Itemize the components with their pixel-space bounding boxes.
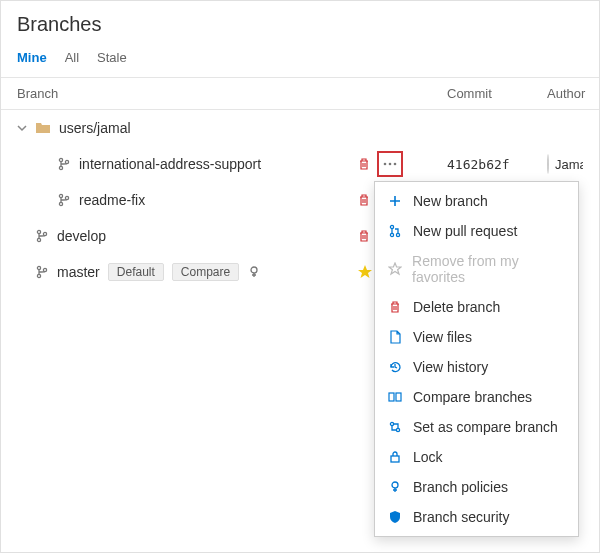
svg-rect-32 xyxy=(391,456,399,462)
branch-row-international[interactable]: international-address-support 4162b62f J… xyxy=(1,146,599,182)
svg-point-25 xyxy=(390,225,393,228)
svg-point-7 xyxy=(59,202,62,205)
chevron-down-icon[interactable] xyxy=(17,123,27,133)
menu-label: View files xyxy=(413,329,472,345)
menu-label: New pull request xyxy=(413,223,517,239)
star-icon[interactable] xyxy=(357,264,373,280)
svg-point-8 xyxy=(65,196,68,199)
column-branch[interactable]: Branch xyxy=(17,86,447,101)
page-title: Branches xyxy=(17,13,583,36)
delete-icon[interactable] xyxy=(357,193,371,207)
folder-row[interactable]: users/jamal xyxy=(1,110,599,146)
svg-point-12 xyxy=(37,230,40,233)
branch-name: master xyxy=(57,264,100,280)
delete-icon[interactable] xyxy=(357,157,371,171)
table-header: Branch Commit Author xyxy=(1,78,599,110)
svg-point-1 xyxy=(59,166,62,169)
svg-point-31 xyxy=(396,428,399,431)
svg-point-14 xyxy=(43,232,46,235)
svg-point-3 xyxy=(384,163,387,166)
compare-icon xyxy=(387,390,403,404)
menu-new-branch[interactable]: New branch xyxy=(375,186,578,216)
svg-point-0 xyxy=(59,158,62,161)
menu-view-history[interactable]: View history xyxy=(375,352,578,382)
svg-point-18 xyxy=(37,266,40,269)
svg-point-21 xyxy=(251,267,257,273)
policy-icon xyxy=(387,480,403,494)
menu-view-files[interactable]: View files xyxy=(375,322,578,352)
folder-label: users/jamal xyxy=(59,120,131,136)
svg-point-2 xyxy=(65,160,68,163)
svg-rect-28 xyxy=(389,393,394,401)
menu-label: New branch xyxy=(413,193,488,209)
context-menu: New branch New pull request Remove from … xyxy=(374,181,579,537)
menu-remove-favorite: Remove from my favorites xyxy=(375,246,578,292)
author-name: Jamal xyxy=(555,157,583,172)
menu-lock[interactable]: Lock xyxy=(375,442,578,472)
lock-icon xyxy=(387,450,403,464)
pull-request-icon xyxy=(387,224,403,238)
svg-point-26 xyxy=(390,233,393,236)
menu-label: Remove from my favorites xyxy=(412,253,566,285)
branch-icon xyxy=(35,229,49,243)
menu-new-pull-request[interactable]: New pull request xyxy=(375,216,578,246)
branch-icon xyxy=(35,265,49,279)
svg-point-4 xyxy=(389,163,392,166)
branch-name: international-address-support xyxy=(79,156,261,172)
tab-all[interactable]: All xyxy=(65,50,79,67)
svg-rect-29 xyxy=(396,393,401,401)
menu-label: View history xyxy=(413,359,488,375)
svg-point-5 xyxy=(394,163,397,166)
trash-icon xyxy=(387,300,403,314)
menu-label: Delete branch xyxy=(413,299,500,315)
branch-name: readme-fix xyxy=(79,192,145,208)
menu-label: Branch policies xyxy=(413,479,508,495)
more-actions-button[interactable] xyxy=(377,151,403,177)
branch-icon xyxy=(57,157,71,171)
menu-branch-security[interactable]: Branch security xyxy=(375,502,578,532)
menu-branch-policies[interactable]: Branch policies xyxy=(375,472,578,502)
commit-hash[interactable]: 4162b62f xyxy=(447,157,547,172)
branch-name: develop xyxy=(57,228,106,244)
set-compare-icon xyxy=(387,420,403,434)
folder-icon xyxy=(35,121,51,135)
file-icon xyxy=(387,330,403,344)
menu-label: Set as compare branch xyxy=(413,419,558,435)
svg-point-33 xyxy=(392,482,398,488)
tab-mine[interactable]: Mine xyxy=(17,50,47,67)
svg-point-30 xyxy=(390,422,393,425)
svg-point-13 xyxy=(37,238,40,241)
menu-delete-branch[interactable]: Delete branch xyxy=(375,292,578,322)
menu-label: Branch security xyxy=(413,509,509,525)
menu-label: Compare branches xyxy=(413,389,532,405)
plus-icon xyxy=(387,194,403,208)
tab-stale[interactable]: Stale xyxy=(97,50,127,67)
tabs: Mine All Stale xyxy=(1,40,599,78)
menu-label: Lock xyxy=(413,449,443,465)
column-author[interactable]: Author xyxy=(547,86,585,101)
shield-icon xyxy=(387,510,403,524)
branch-icon xyxy=(57,193,71,207)
policy-icon xyxy=(247,265,261,279)
svg-point-20 xyxy=(43,268,46,271)
delete-icon[interactable] xyxy=(357,229,371,243)
default-badge: Default xyxy=(108,263,164,281)
history-icon xyxy=(387,360,403,374)
menu-set-compare[interactable]: Set as compare branch xyxy=(375,412,578,442)
svg-point-6 xyxy=(59,194,62,197)
avatar xyxy=(547,154,549,174)
svg-point-19 xyxy=(37,274,40,277)
compare-badge: Compare xyxy=(172,263,239,281)
column-commit[interactable]: Commit xyxy=(447,86,547,101)
svg-point-27 xyxy=(396,233,399,236)
star-outline-icon xyxy=(387,262,402,276)
menu-compare-branches[interactable]: Compare branches xyxy=(375,382,578,412)
